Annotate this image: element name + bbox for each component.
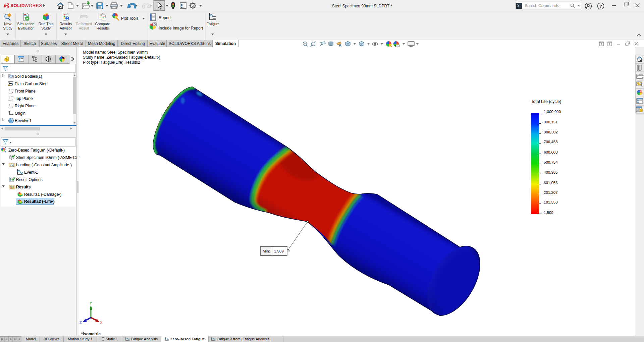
svg-text:301,056: 301,056 <box>544 181 558 185</box>
svg-text:Min:: Min: <box>263 249 270 253</box>
svg-text:WORKS: WORKS <box>24 3 42 8</box>
svg-text:1,509: 1,509 <box>274 249 284 253</box>
svg-text:400,905: 400,905 <box>544 170 558 174</box>
svg-text:Z: Z <box>79 321 82 325</box>
svg-text:Total Life (cycle): Total Life (cycle) <box>531 99 561 104</box>
svg-text:900,151: 900,151 <box>544 120 558 124</box>
svg-text:1,000,000: 1,000,000 <box>544 110 561 114</box>
svg-text:1,509: 1,509 <box>544 211 553 215</box>
svg-text:X: X <box>100 321 103 325</box>
svg-text:Y: Y <box>90 301 92 305</box>
svg-text:600,603: 600,603 <box>544 150 558 154</box>
svg-text:700,453: 700,453 <box>544 140 558 144</box>
svg-text:201,207: 201,207 <box>544 190 558 194</box>
svg-text:?: ? <box>599 4 602 9</box>
svg-text:500,754: 500,754 <box>544 160 558 164</box>
svg-text:800,302: 800,302 <box>544 130 558 134</box>
svg-text:101,358: 101,358 <box>544 200 558 204</box>
svg-text:SOLID: SOLID <box>10 3 25 8</box>
svg-text:?: ? <box>104 15 106 19</box>
